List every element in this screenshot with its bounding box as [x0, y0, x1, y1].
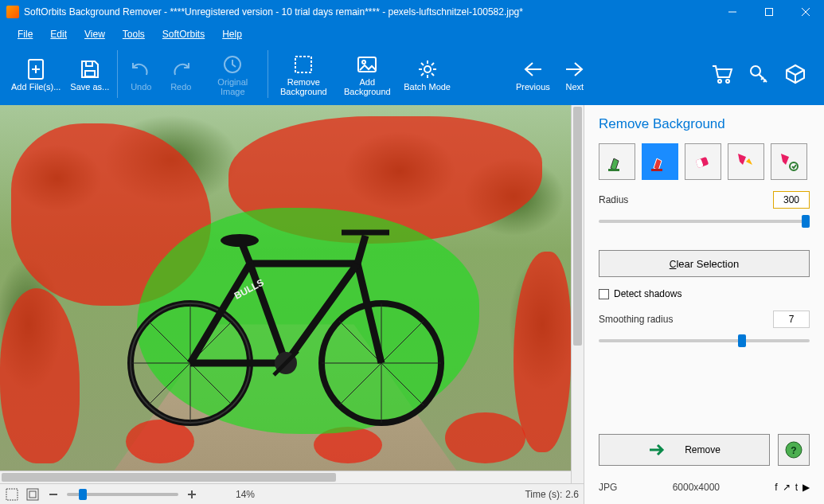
redo-icon: [170, 58, 192, 80]
arrow-left-icon: [521, 58, 544, 80]
foreground-marker-tool[interactable]: [599, 143, 635, 180]
detect-shadows-checkbox[interactable]: Detect shadows: [599, 288, 810, 299]
svg-point-13: [424, 66, 431, 72]
clear-selection-button[interactable]: CClear Selectionlear Selection: [599, 250, 810, 277]
time-value: 2.6: [565, 489, 579, 500]
menu-help[interactable]: Help: [214, 26, 250, 41]
gear-icon: [416, 58, 439, 80]
menu-file[interactable]: File: [10, 26, 41, 41]
save-as-button[interactable]: Save as...: [65, 45, 114, 104]
minimize-button[interactable]: [714, 0, 751, 24]
help-button[interactable]: ?: [778, 434, 810, 466]
menu-bar: File Edit View Tools SoftOrbits Help: [0, 24, 824, 43]
time-label: Time (s):: [525, 489, 562, 500]
menu-tools[interactable]: Tools: [115, 26, 153, 41]
previous-button[interactable]: Previous: [511, 45, 555, 104]
refine-tool[interactable]: [771, 143, 807, 180]
marker-tools: [599, 143, 810, 180]
svg-rect-10: [295, 57, 311, 72]
package-icon[interactable]: [783, 61, 808, 87]
title-bar: SoftOrbits Background Remover - ****Unre…: [0, 0, 824, 24]
undo-button[interactable]: Undo: [121, 45, 161, 104]
remove-background-button[interactable]: Remove Background: [271, 45, 335, 104]
image-icon: [356, 53, 378, 76]
menu-edit[interactable]: Edit: [42, 26, 75, 41]
next-button[interactable]: Next: [555, 45, 595, 104]
help-icon: ?: [784, 440, 803, 459]
svg-point-14: [718, 80, 721, 83]
zoom-out-icon[interactable]: [46, 487, 61, 502]
svg-rect-38: [608, 169, 619, 171]
detect-shadows-label: Detect shadows: [614, 288, 681, 299]
zoom-slider[interactable]: [67, 493, 178, 496]
undo-icon: [130, 58, 152, 80]
svg-rect-7: [85, 71, 95, 76]
svg-rect-32: [6, 489, 18, 500]
main-area: BULLS 14% Time (s): 2.6 Remove Backgroun…: [0, 105, 824, 504]
twitter-icon[interactable]: t: [795, 482, 798, 493]
menu-softorbits[interactable]: SoftOrbits: [154, 26, 213, 41]
panel-title: Remove Background: [599, 116, 810, 132]
format-label: JPG: [599, 482, 617, 493]
maximize-button[interactable]: [751, 0, 787, 24]
svg-rect-33: [27, 489, 38, 500]
background-marker-tool[interactable]: [642, 143, 678, 180]
svg-point-15: [726, 80, 729, 83]
smoothing-input[interactable]: [773, 311, 810, 328]
dimensions-label: 6000x4000: [673, 482, 720, 493]
svg-point-42: [790, 162, 798, 170]
add-file-icon: [25, 58, 47, 80]
canvas-area: BULLS 14% Time (s): 2.6: [0, 105, 584, 504]
svg-point-30: [221, 234, 259, 247]
youtube-icon[interactable]: ▶: [803, 482, 810, 493]
bicycle-image: BULLS: [103, 188, 469, 427]
toolbar: Add File(s)... Save as... Undo Redo Orig…: [0, 43, 824, 105]
save-icon: [79, 58, 101, 80]
svg-point-12: [362, 61, 365, 64]
window-title: SoftOrbits Background Remover - ****Unre…: [24, 6, 714, 18]
menu-view[interactable]: View: [76, 26, 113, 41]
cart-icon[interactable]: [709, 61, 735, 87]
remove-label: Remove: [685, 444, 721, 455]
add-files-button[interactable]: Add File(s)...: [6, 45, 65, 104]
original-image-button[interactable]: Original Image: [201, 45, 264, 104]
svg-rect-1: [766, 9, 773, 16]
redo-button[interactable]: Redo: [161, 45, 201, 104]
batch-mode-button[interactable]: Batch Mode: [399, 45, 455, 104]
arrow-right-icon: [564, 58, 586, 80]
app-icon: [6, 6, 19, 18]
status-bar: 14% Time (s): 2.6: [0, 483, 584, 504]
canvas-viewport[interactable]: BULLS: [0, 105, 584, 483]
zoom-in-icon[interactable]: [185, 487, 199, 502]
radius-label: Radius: [599, 194, 628, 205]
zoom-fit-icon[interactable]: [5, 487, 19, 502]
history-icon: [221, 53, 244, 76]
remove-bg-icon: [292, 53, 314, 76]
svg-rect-8: [86, 61, 92, 66]
svg-rect-34: [29, 491, 36, 498]
share-icon[interactable]: ↗: [783, 482, 791, 493]
eraser-tool[interactable]: [685, 143, 721, 180]
arrow-right-icon: [648, 443, 666, 456]
radius-slider[interactable]: [599, 220, 810, 223]
key-icon[interactable]: [746, 61, 771, 87]
zoom-value: 14%: [236, 489, 255, 500]
smoothing-label: Smoothing radius: [599, 314, 673, 325]
radius-input[interactable]: [773, 191, 810, 209]
side-panel: Remove Background Radius CClear Selectio…: [584, 105, 824, 504]
zoom-actual-icon[interactable]: [25, 487, 40, 502]
svg-rect-39: [651, 169, 662, 171]
add-background-button[interactable]: Add Background: [335, 45, 399, 104]
quick-select-tool[interactable]: [728, 143, 764, 180]
vertical-scrollbar[interactable]: [571, 105, 584, 483]
svg-text:?: ?: [791, 445, 796, 456]
remove-button[interactable]: Remove: [599, 434, 770, 466]
facebook-icon[interactable]: f: [775, 482, 777, 493]
horizontal-scrollbar[interactable]: [0, 471, 571, 483]
smoothing-slider[interactable]: [599, 339, 810, 342]
close-button[interactable]: [787, 0, 824, 24]
